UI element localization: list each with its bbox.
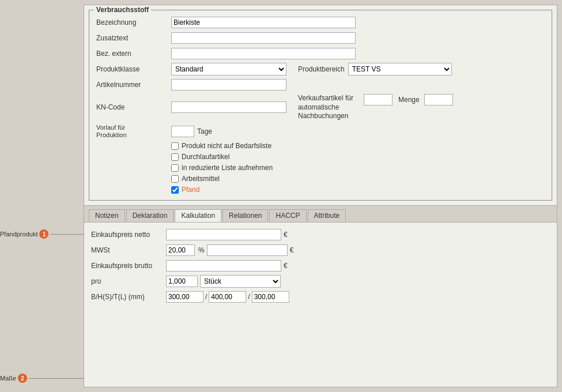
pfand-checkbox[interactable] xyxy=(171,186,179,194)
bedarfsliste-row: Produkt nicht auf Bedarfsliste xyxy=(171,142,545,150)
content-panel: Verbrauchsstoff Bezeichnung Zusatztext xyxy=(84,5,557,387)
menge-label: Menge xyxy=(398,96,420,104)
mwst-label: MWSt xyxy=(91,246,166,254)
produktklasse-row: Produktklasse Standard Produktbereich TE… xyxy=(96,63,545,76)
artikelnummer-row: Artikelnummer xyxy=(96,78,545,91)
durchlauf-label: Durchlaufartikel xyxy=(182,153,229,161)
pro-row: pro Stück xyxy=(91,275,550,288)
reduzierte-row: in reduzierte Liste aufnehmen xyxy=(171,164,545,172)
arbeitsmittel-row: Arbeitsmittel xyxy=(171,175,545,183)
bez-extern-input[interactable] xyxy=(171,48,356,59)
durchlauf-checkbox[interactable] xyxy=(171,153,179,161)
kn-code-label: KN-Code xyxy=(96,103,171,111)
pfandprodukt-line xyxy=(50,234,84,235)
einkaufspreis-netto-input[interactable] xyxy=(166,229,281,240)
einkaufspreis-netto-row: Einkaufspreis netto € xyxy=(91,228,550,241)
tab-attribute[interactable]: Attribute xyxy=(308,209,346,222)
tab-deklaration[interactable]: Deklaration xyxy=(126,209,174,222)
zusatztext-input[interactable] xyxy=(171,32,356,44)
bezeichnung-row: Bezeichnung xyxy=(96,16,545,29)
verkauf-inputs: Menge xyxy=(364,94,453,105)
t-input[interactable] xyxy=(252,291,289,303)
artikelnummer-label: Artikelnummer xyxy=(96,81,171,89)
mwst-percent: % xyxy=(198,246,205,254)
vorlauf-input[interactable] xyxy=(171,126,194,137)
mwst-row: MWSt % € xyxy=(91,244,550,257)
kn-code-input[interactable] xyxy=(171,101,286,113)
mwst-input[interactable] xyxy=(166,244,195,256)
bezeichnung-label: Bezeichnung xyxy=(96,18,171,27)
masse-row: B/H(S)/T(L) (mm) / / xyxy=(91,291,550,303)
reduzierte-label: in reduzierte Liste aufnehmen xyxy=(182,164,273,172)
slash-1: / xyxy=(205,293,207,301)
arbeitsmittel-checkbox[interactable] xyxy=(171,175,179,183)
einkaufspreis-brutto-label: Einkaufspreis brutto xyxy=(91,262,166,270)
produktbereich-group: Produktbereich TEST VS xyxy=(298,63,452,76)
masse-annotation: Maße 2 xyxy=(0,374,84,383)
pro-input[interactable] xyxy=(166,276,198,287)
pfandprodukt-annotation: Pfandprodukt 1 xyxy=(0,229,84,239)
section-content: Bezeichnung Zusatztext Bez. extern xyxy=(89,10,552,200)
menge-input[interactable] xyxy=(424,94,453,105)
tage-label: Tage xyxy=(197,127,212,135)
bedarfsliste-checkbox[interactable] xyxy=(171,142,179,150)
tabs-container: Notizen Deklaration Kalkulation Relation… xyxy=(84,205,557,222)
kalkulation-tab-content: Einkaufspreis netto € MWSt % € Einkaufsp… xyxy=(84,222,557,312)
produktklasse-select[interactable]: Standard xyxy=(171,63,286,76)
masse-label: Maße xyxy=(0,375,16,382)
annotations-overlay: Pfandprodukt 1 Maße 2 xyxy=(0,0,84,392)
slash-2: / xyxy=(248,293,250,301)
verbrauchsstoff-section: Verbrauchsstoff Bezeichnung Zusatztext xyxy=(89,10,552,201)
h-input[interactable] xyxy=(209,291,246,303)
euro-sign-1: € xyxy=(284,231,288,239)
verkauf-label: Verkaufsartikel für automatische Nachbuc… xyxy=(298,94,361,121)
bezeichnung-input[interactable] xyxy=(171,17,356,28)
euro-sign-3: € xyxy=(284,262,288,270)
main-wrapper: Pfandprodukt 1 Maße 2 Verbrauchsstoff Be… xyxy=(0,0,562,392)
mwst-value-input[interactable] xyxy=(207,244,288,256)
verkauf-input[interactable] xyxy=(364,94,393,105)
pfand-label: Pfand xyxy=(182,186,199,194)
tabs-bar: Notizen Deklaration Kalkulation Relation… xyxy=(89,209,552,222)
produktbereich-label: Produktbereich xyxy=(298,65,345,73)
pfandprodukt-badge: 1 xyxy=(39,229,48,239)
tab-kalkulation[interactable]: Kalkulation xyxy=(175,209,221,222)
zusatztext-label: Zusatztext xyxy=(96,34,171,42)
pfandprodukt-label: Pfandprodukt xyxy=(0,231,37,238)
bedarfsliste-label: Produkt nicht auf Bedarfsliste xyxy=(182,142,271,150)
tab-notizen[interactable]: Notizen xyxy=(89,209,125,222)
einkaufspreis-brutto-input[interactable] xyxy=(166,260,281,272)
b-input[interactable] xyxy=(166,291,203,303)
einkaufspreis-brutto-row: Einkaufspreis brutto € xyxy=(91,259,550,272)
euro-sign-2: € xyxy=(290,246,294,254)
section-title: Verbrauchsstoff xyxy=(94,6,151,14)
durchlauf-row: Durchlaufartikel xyxy=(171,153,545,161)
artikelnummer-input[interactable] xyxy=(171,79,286,91)
bez-extern-label: Bez. extern xyxy=(96,50,171,58)
zusatztext-row: Zusatztext xyxy=(96,32,545,44)
produktbereich-select[interactable]: TEST VS xyxy=(348,63,452,76)
tab-relationen[interactable]: Relationen xyxy=(222,209,268,222)
reduzierte-checkbox[interactable] xyxy=(171,164,179,172)
verkauf-group: Verkaufsartikel für automatische Nachbuc… xyxy=(298,94,453,121)
arbeitsmittel-label: Arbeitsmittel xyxy=(182,175,220,183)
stueck-select[interactable]: Stück xyxy=(200,275,281,288)
kn-code-row: KN-Code Verkaufsartikel für automatische… xyxy=(96,94,545,121)
tab-haccp[interactable]: HACCP xyxy=(269,209,306,222)
pro-label: pro xyxy=(91,277,166,285)
vorlauf-label: Vorlauf fürProduktion xyxy=(96,124,171,139)
masse-badge: 2 xyxy=(18,374,27,383)
masse-field-label: B/H(S)/T(L) (mm) xyxy=(91,293,166,301)
einkaufspreis-netto-label: Einkaufspreis netto xyxy=(91,231,166,239)
masse-line xyxy=(29,378,84,379)
pfand-row: Pfand xyxy=(171,186,545,194)
vorlauf-row: Vorlauf fürProduktion Tage xyxy=(96,124,545,139)
produktklasse-label: Produktklasse xyxy=(96,65,171,73)
bez-extern-row: Bez. extern xyxy=(96,47,545,60)
